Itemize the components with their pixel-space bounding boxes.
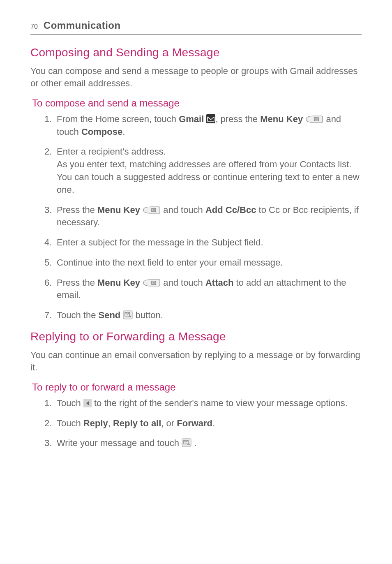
send-icon xyxy=(123,310,133,319)
step-text: to the right of the sender's name to vie… xyxy=(92,398,348,408)
menu-key-label: Menu Key xyxy=(97,277,140,288)
menu-key-icon xyxy=(305,115,323,123)
page-header: 70 Communication xyxy=(30,20,362,35)
step-text: , press the xyxy=(215,114,260,124)
subheading-compose-send: To compose and send a message xyxy=(32,97,362,109)
reply-all-label: Reply to all xyxy=(113,418,161,428)
left-arrow-icon xyxy=(83,399,92,407)
step-text: Enter a recipient's address. xyxy=(57,146,166,157)
page: 70 Communication Composing and Sending a… xyxy=(0,0,392,491)
chapter-title: Communication xyxy=(44,20,121,31)
send-icon xyxy=(182,438,191,447)
reply-step-1: Touch to the right of the sender's name … xyxy=(57,397,362,410)
step-text: Press the xyxy=(57,277,97,288)
reply-steps: Touch to the right of the sender's name … xyxy=(30,397,362,450)
reply-step-2: Touch Reply, Reply to all, or Forward. xyxy=(57,417,362,430)
step-text: Touch xyxy=(57,398,83,408)
step-text: . xyxy=(212,418,215,428)
compose-steps: From the Home screen, touch Gmail , pres… xyxy=(30,113,362,322)
reply-step-3: Write your message and touch . xyxy=(57,437,362,450)
step-text: and touch xyxy=(161,205,205,215)
gmail-icon xyxy=(206,114,215,123)
reply-label: Reply xyxy=(83,418,108,428)
step-text: Touch xyxy=(57,418,83,428)
step-text: . xyxy=(191,438,196,448)
section-heading-replying: Replying to or Forwarding a Message xyxy=(30,330,362,343)
step-text: , or xyxy=(161,418,177,428)
compose-label: Compose xyxy=(81,127,122,137)
composing-intro: You can compose and send a message to pe… xyxy=(30,65,362,90)
replying-intro: You can continue an email conversation b… xyxy=(30,349,362,374)
page-number: 70 xyxy=(30,23,38,30)
subheading-reply-forward: To reply to or forward a message xyxy=(32,381,362,393)
compose-step-2: Enter a recipient's address. As you ente… xyxy=(57,146,362,196)
compose-step-7: Touch the Send button. xyxy=(57,309,362,322)
section-heading-composing: Composing and Sending a Message xyxy=(30,46,362,59)
compose-step-4: Enter a subject for the message in the S… xyxy=(57,236,362,249)
add-cc-bcc-label: Add Cc/Bcc xyxy=(205,205,256,215)
menu-key-label: Menu Key xyxy=(260,114,303,124)
menu-key-label: Menu Key xyxy=(97,205,140,215)
menu-key-icon xyxy=(143,206,161,214)
compose-step-6: Press the Menu Key and touch Attach to a… xyxy=(57,277,362,302)
attach-label: Attach xyxy=(205,277,233,288)
forward-label: Forward xyxy=(177,418,212,428)
step-text: button. xyxy=(136,310,163,320)
menu-key-icon xyxy=(143,279,161,287)
step-text: . xyxy=(122,127,125,137)
step-text: Press the xyxy=(57,205,97,215)
compose-step-3: Press the Menu Key and touch Add Cc/Bcc … xyxy=(57,204,362,229)
send-label: Send xyxy=(99,310,121,320)
compose-step-5: Continue into the next field to enter yo… xyxy=(57,257,362,269)
svg-rect-13 xyxy=(182,439,191,447)
gmail-label: Gmail xyxy=(179,114,204,124)
step-text: Write your message and touch xyxy=(57,438,182,448)
compose-step-1: From the Home screen, touch Gmail , pres… xyxy=(57,113,362,139)
step-text: From the Home screen, touch xyxy=(57,114,179,124)
step-text: and touch xyxy=(161,277,205,288)
step-text: As you enter text, matching addresses ar… xyxy=(57,159,360,195)
svg-rect-10 xyxy=(123,311,132,319)
step-text: , xyxy=(108,418,113,428)
step-text: Touch the xyxy=(57,310,99,320)
